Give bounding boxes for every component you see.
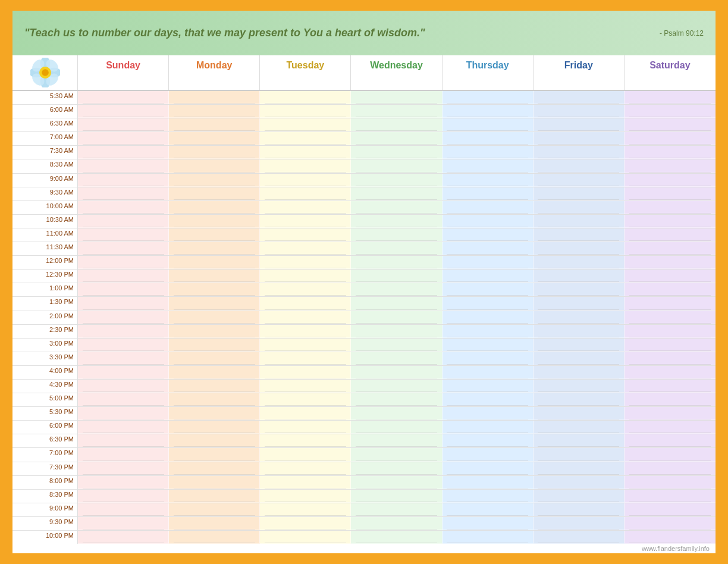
schedule-cell[interactable] bbox=[534, 352, 625, 365]
schedule-cell[interactable] bbox=[260, 105, 351, 118]
schedule-cell[interactable] bbox=[260, 146, 351, 159]
schedule-cell[interactable] bbox=[351, 311, 442, 324]
schedule-cell[interactable] bbox=[78, 297, 169, 310]
schedule-cell[interactable] bbox=[351, 490, 442, 503]
schedule-cell[interactable] bbox=[534, 297, 625, 310]
schedule-cell[interactable] bbox=[351, 325, 442, 338]
schedule-cell[interactable] bbox=[169, 407, 260, 420]
schedule-cell[interactable] bbox=[169, 228, 260, 242]
schedule-cell[interactable] bbox=[169, 91, 260, 104]
schedule-cell[interactable] bbox=[625, 132, 716, 145]
schedule-cell[interactable] bbox=[78, 311, 169, 324]
schedule-cell[interactable] bbox=[534, 201, 625, 214]
schedule-cell[interactable] bbox=[351, 256, 442, 269]
schedule-cell[interactable] bbox=[534, 311, 625, 324]
schedule-cell[interactable] bbox=[78, 270, 169, 283]
schedule-cell[interactable] bbox=[260, 311, 351, 324]
schedule-cell[interactable] bbox=[260, 531, 351, 544]
schedule-cell[interactable] bbox=[78, 159, 169, 173]
schedule-cell[interactable] bbox=[260, 366, 351, 379]
schedule-cell[interactable] bbox=[78, 215, 169, 228]
schedule-cell[interactable] bbox=[260, 159, 351, 173]
schedule-cell[interactable] bbox=[351, 393, 442, 406]
schedule-cell[interactable] bbox=[260, 132, 351, 145]
schedule-cell[interactable] bbox=[260, 174, 351, 187]
schedule-cell[interactable] bbox=[534, 118, 625, 131]
schedule-cell[interactable] bbox=[443, 91, 534, 104]
schedule-cell[interactable] bbox=[443, 174, 534, 187]
schedule-cell[interactable] bbox=[534, 270, 625, 283]
schedule-cell[interactable] bbox=[351, 476, 442, 489]
schedule-cell[interactable] bbox=[443, 517, 534, 530]
schedule-cell[interactable] bbox=[351, 118, 442, 131]
schedule-cell[interactable] bbox=[260, 476, 351, 489]
schedule-cell[interactable] bbox=[351, 434, 442, 447]
schedule-cell[interactable] bbox=[625, 242, 716, 255]
schedule-cell[interactable] bbox=[625, 462, 716, 475]
schedule-cell[interactable] bbox=[534, 339, 625, 352]
schedule-cell[interactable] bbox=[443, 380, 534, 393]
schedule-cell[interactable] bbox=[443, 366, 534, 379]
schedule-cell[interactable] bbox=[625, 118, 716, 131]
schedule-cell[interactable] bbox=[78, 476, 169, 489]
schedule-cell[interactable] bbox=[534, 132, 625, 145]
schedule-cell[interactable] bbox=[78, 393, 169, 406]
schedule-cell[interactable] bbox=[625, 503, 716, 516]
schedule-cell[interactable] bbox=[351, 503, 442, 516]
schedule-cell[interactable] bbox=[260, 118, 351, 131]
schedule-cell[interactable] bbox=[78, 174, 169, 187]
schedule-cell[interactable] bbox=[625, 352, 716, 365]
schedule-cell[interactable] bbox=[260, 352, 351, 365]
schedule-cell[interactable] bbox=[534, 366, 625, 379]
schedule-cell[interactable] bbox=[78, 228, 169, 242]
schedule-cell[interactable] bbox=[78, 118, 169, 131]
schedule-cell[interactable] bbox=[260, 242, 351, 255]
schedule-cell[interactable] bbox=[78, 503, 169, 516]
schedule-cell[interactable] bbox=[78, 146, 169, 159]
schedule-cell[interactable] bbox=[625, 215, 716, 228]
schedule-cell[interactable] bbox=[351, 201, 442, 214]
schedule-cell[interactable] bbox=[443, 297, 534, 310]
schedule-cell[interactable] bbox=[169, 476, 260, 489]
schedule-cell[interactable] bbox=[443, 476, 534, 489]
schedule-cell[interactable] bbox=[78, 407, 169, 420]
schedule-cell[interactable] bbox=[351, 448, 442, 461]
schedule-cell[interactable] bbox=[625, 201, 716, 214]
schedule-cell[interactable] bbox=[625, 434, 716, 447]
schedule-cell[interactable] bbox=[534, 174, 625, 187]
schedule-cell[interactable] bbox=[351, 187, 442, 200]
schedule-cell[interactable] bbox=[534, 283, 625, 296]
schedule-cell[interactable] bbox=[78, 448, 169, 461]
schedule-cell[interactable] bbox=[534, 159, 625, 173]
schedule-cell[interactable] bbox=[443, 421, 534, 434]
schedule-cell[interactable] bbox=[534, 256, 625, 269]
schedule-cell[interactable] bbox=[169, 270, 260, 283]
schedule-cell[interactable] bbox=[169, 256, 260, 269]
schedule-cell[interactable] bbox=[443, 339, 534, 352]
schedule-cell[interactable] bbox=[169, 339, 260, 352]
schedule-cell[interactable] bbox=[625, 393, 716, 406]
schedule-cell[interactable] bbox=[534, 531, 625, 544]
schedule-cell[interactable] bbox=[260, 228, 351, 242]
schedule-cell[interactable] bbox=[625, 531, 716, 544]
schedule-cell[interactable] bbox=[78, 462, 169, 475]
schedule-cell[interactable] bbox=[443, 352, 534, 365]
schedule-cell[interactable] bbox=[443, 201, 534, 214]
schedule-cell[interactable] bbox=[351, 283, 442, 296]
schedule-cell[interactable] bbox=[443, 159, 534, 173]
schedule-cell[interactable] bbox=[534, 434, 625, 447]
schedule-cell[interactable] bbox=[534, 105, 625, 118]
schedule-cell[interactable] bbox=[169, 105, 260, 118]
schedule-cell[interactable] bbox=[351, 159, 442, 173]
schedule-cell[interactable] bbox=[351, 531, 442, 544]
schedule-cell[interactable] bbox=[78, 187, 169, 200]
schedule-cell[interactable] bbox=[534, 462, 625, 475]
schedule-cell[interactable] bbox=[351, 352, 442, 365]
schedule-cell[interactable] bbox=[78, 91, 169, 104]
schedule-cell[interactable] bbox=[625, 283, 716, 296]
schedule-cell[interactable] bbox=[534, 146, 625, 159]
schedule-cell[interactable] bbox=[260, 339, 351, 352]
schedule-cell[interactable] bbox=[443, 311, 534, 324]
schedule-cell[interactable] bbox=[625, 311, 716, 324]
schedule-cell[interactable] bbox=[351, 366, 442, 379]
